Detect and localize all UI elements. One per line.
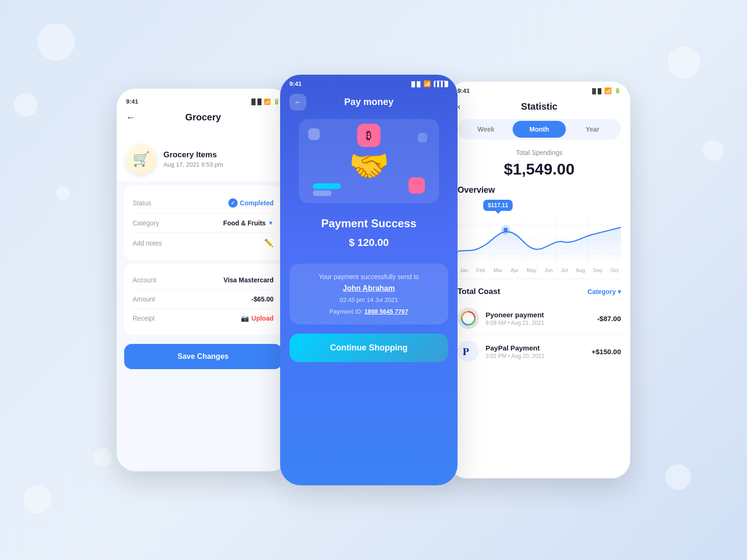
pay-wifi-icon: 📶	[423, 80, 431, 87]
edit-icon: ✏️	[264, 238, 274, 247]
total-amount: $1,549.00	[458, 160, 621, 178]
month-aug: Aug	[576, 267, 585, 273]
amount-value: -$65.00	[252, 295, 274, 303]
transaction-2: 𝐏 PayPal Payment 3:02 PM • Aug 20, 2021 …	[448, 335, 630, 368]
stat-wifi-icon: 📶	[604, 87, 612, 94]
chart-tooltip: $117.11	[483, 200, 513, 211]
month-sep: Sep	[593, 267, 603, 273]
overview-section: Overview $117.11	[448, 185, 630, 273]
svg-text:𝐏: 𝐏	[463, 346, 469, 357]
notes-row[interactable]: Add notes ✏️	[133, 233, 274, 253]
month-apr: Apr	[510, 267, 518, 273]
month-may: May	[527, 267, 536, 273]
trans-info-2: PayPal Payment 3:02 PM • Aug 20, 2021	[486, 344, 585, 359]
deco-bar-1	[313, 183, 341, 189]
category-row[interactable]: Category Food & Fruits ▼	[133, 214, 274, 233]
total-spendings-section: Total Spendings $1,549.00	[448, 147, 630, 185]
pay-illustration: ₿ 🤝	[280, 114, 458, 212]
payment-info-card: Your payment successfully send to John A…	[289, 264, 448, 324]
total-coast-title: Total Coast	[458, 287, 500, 296]
pay-time: 9:41	[289, 80, 302, 87]
signal-icon: ▐▌█	[249, 98, 261, 105]
upload-button[interactable]: 📷 Upload	[241, 315, 274, 322]
grocery-nav: ← Grocery	[126, 107, 280, 127]
trans-date-2: 3:02 PM • Aug 20, 2021	[486, 353, 585, 359]
month-feb: Feb	[476, 267, 485, 273]
chart-svg	[458, 211, 621, 267]
pay-signal-icon: ▐▌█	[409, 81, 420, 87]
wifi-icon: 📶	[264, 98, 271, 105]
status-bar-1: 9:41 ▐▌█ 📶 🔋	[126, 93, 280, 107]
stat-status-bar: 9:41 ▐▌█ 📶 🔋	[448, 82, 630, 97]
chart-container: $117.11	[458, 200, 621, 265]
divider-1	[458, 279, 621, 279]
recipient-name: John Abraham	[299, 284, 439, 293]
payment-description: Your payment successfully send to	[299, 273, 439, 280]
time-1: 9:41	[126, 98, 138, 105]
amount-row: Amount -$65.00	[133, 290, 274, 309]
stat-back-button[interactable]: ‹	[458, 102, 460, 112]
grocery-item-header: 🛒 Grocery Items Aug 17, 2021 9:53 pm	[117, 137, 289, 181]
svg-point-9	[461, 311, 476, 326]
status-row: Status ✓ Completed	[133, 193, 274, 214]
payment-datetime: 02:45 pm 14 Jul 2021	[299, 296, 439, 303]
account-value: Visa Mastercard	[224, 276, 274, 284]
grocery-title: Grocery	[185, 112, 221, 123]
back-button-1[interactable]: ←	[126, 112, 135, 123]
account-row: Account Visa Mastercard	[133, 271, 274, 290]
status-value: ✓ Completed	[228, 198, 274, 208]
trans-amount-1: -$87.00	[597, 315, 621, 322]
grocery-icon: 🛒	[126, 144, 156, 174]
period-month-button[interactable]: Month	[513, 121, 566, 138]
pay-header: ← Pay money	[280, 90, 458, 114]
save-changes-button[interactable]: Save Changes	[124, 344, 282, 369]
payment-success-section: Payment Success $ 120.00	[280, 212, 458, 259]
pay-back-button[interactable]: ←	[289, 94, 306, 111]
stat-status-icons: ▐▌█ 📶 🔋	[591, 87, 621, 94]
total-label: Total Spendings	[458, 149, 621, 156]
status-icons-1: ▐▌█ 📶 🔋	[249, 98, 280, 105]
chart-labels: Jan Feb Mar Apr May Jun Jul Aug Sep Oct	[458, 267, 621, 273]
trans-icon-1	[458, 308, 479, 329]
status-label: Status	[133, 199, 151, 207]
payment-amount-prefix: $	[349, 237, 357, 248]
period-year-button[interactable]: Year	[566, 121, 619, 138]
month-oct: Oct	[611, 267, 619, 273]
paypal-icon: 𝐏	[462, 345, 475, 358]
grocery-item-name: Grocery Items	[163, 150, 223, 160]
filter-chevron-icon: ▾	[618, 288, 621, 295]
continue-shopping-button[interactable]: Continue Shopping	[289, 334, 448, 362]
grocery-item-info: Grocery Items Aug 17, 2021 9:53 pm	[163, 150, 223, 168]
stat-nav: ‹ Statistic	[448, 97, 630, 117]
total-coast-header: Total Coast Category ▾	[448, 285, 630, 302]
camera-icon: 📷	[241, 315, 249, 322]
period-week-button[interactable]: Week	[459, 121, 513, 138]
grocery-details-card-1: Status ✓ Completed Category Food & Fruit…	[124, 186, 282, 260]
category-value[interactable]: Food & Fruits ▼	[223, 219, 274, 227]
bitcoin-icon: ₿	[357, 124, 381, 147]
battery-icon: 🔋	[273, 98, 280, 105]
payment-id: 1898 5645 7767	[365, 308, 409, 315]
receipt-label: Receipt	[133, 315, 155, 322]
receipt-row[interactable]: Receipt 📷 Upload	[133, 309, 274, 328]
handshake-illustration: 🤝	[349, 147, 389, 185]
stat-time: 9:41	[458, 87, 470, 94]
dropdown-arrow-icon: ▼	[268, 220, 274, 226]
transaction-1: Pyoneer payment 9:09 AM • Aug 21, 2021 -…	[448, 302, 630, 335]
category-filter-button[interactable]: Category ▾	[587, 288, 621, 295]
trans-info-1: Pyoneer payment 9:09 AM • Aug 21, 2021	[486, 311, 591, 326]
pay-status-icons: ▐▌█ 📶 ▌▌▌	[409, 80, 448, 87]
pay-title: Pay money	[344, 97, 394, 107]
statistic-phone: 9:41 ▐▌█ 📶 🔋 ‹ Statistic Week Month Year…	[448, 82, 630, 478]
category-label: Category	[133, 219, 159, 227]
deco-rect-pink	[409, 177, 425, 194]
stat-signal-icon: ▐▌█	[591, 88, 601, 94]
month-mar: Mar	[493, 267, 502, 273]
pay-status-bar: 9:41 ▐▌█ 📶 ▌▌▌	[280, 75, 458, 90]
trans-icon-2: 𝐏	[458, 341, 479, 362]
month-jan: Jan	[460, 267, 468, 273]
payment-success-title: Payment Success	[289, 217, 448, 230]
pay-phone: 9:41 ▐▌█ 📶 ▌▌▌ ← Pay money ₿	[280, 75, 458, 485]
deco-rect-white-1	[308, 128, 320, 140]
notes-label: Add notes	[133, 239, 162, 247]
